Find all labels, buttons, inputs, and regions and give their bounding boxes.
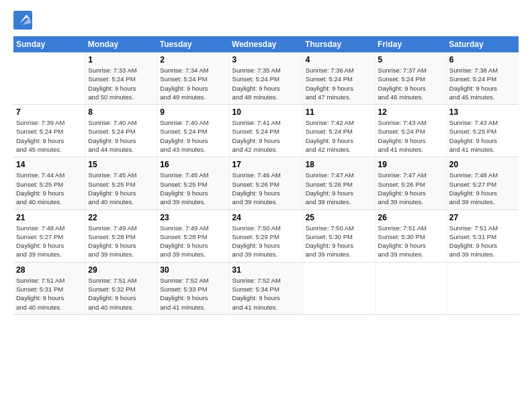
- day-info: Sunrise: 7:36 AMSunset: 5:24 PMDaylight:…: [306, 66, 372, 101]
- cell-2-4: 18Sunrise: 7:47 AMSunset: 5:26 PMDayligh…: [302, 157, 375, 210]
- logo-icon: [13, 11, 32, 30]
- cell-0-3: 3Sunrise: 7:35 AMSunset: 5:24 PMDaylight…: [229, 52, 302, 105]
- header-row: SundayMondayTuesdayWednesdayThursdayFrid…: [13, 36, 519, 52]
- week-row-4: 28Sunrise: 7:51 AMSunset: 5:31 PMDayligh…: [13, 262, 519, 314]
- day-number: 24: [232, 213, 300, 222]
- cell-2-1: 15Sunrise: 7:45 AMSunset: 5:25 PMDayligh…: [85, 157, 157, 210]
- day-number: 29: [88, 265, 154, 275]
- day-info: Sunrise: 7:41 AMSunset: 5:24 PMDaylight:…: [232, 118, 300, 154]
- cell-1-4: 11Sunrise: 7:42 AMSunset: 5:24 PMDayligh…: [302, 105, 375, 157]
- day-number: 22: [88, 213, 154, 222]
- day-number: 11: [306, 107, 372, 117]
- cell-0-0: [13, 52, 85, 105]
- cell-1-2: 9Sunrise: 7:40 AMSunset: 5:24 PMDaylight…: [157, 105, 229, 157]
- cell-3-4: 25Sunrise: 7:50 AMSunset: 5:30 PMDayligh…: [302, 210, 375, 262]
- cell-2-6: 20Sunrise: 7:48 AMSunset: 5:27 PMDayligh…: [446, 157, 519, 210]
- day-number: 7: [16, 107, 82, 117]
- header-saturday: Saturday: [446, 36, 519, 52]
- week-row-2: 14Sunrise: 7:44 AMSunset: 5:25 PMDayligh…: [13, 157, 519, 210]
- cell-2-3: 17Sunrise: 7:46 AMSunset: 5:26 PMDayligh…: [229, 157, 302, 210]
- week-row-1: 7Sunrise: 7:39 AMSunset: 5:24 PMDaylight…: [13, 105, 519, 157]
- logo: [13, 11, 34, 30]
- day-info: Sunrise: 7:33 AMSunset: 5:24 PMDaylight:…: [88, 66, 154, 101]
- cell-4-3: 31Sunrise: 7:52 AMSunset: 5:34 PMDayligh…: [229, 262, 302, 314]
- day-number: 5: [378, 55, 443, 64]
- week-row-0: 1Sunrise: 7:33 AMSunset: 5:24 PMDaylight…: [13, 52, 519, 105]
- header: [13, 11, 519, 30]
- header-monday: Monday: [85, 36, 157, 52]
- day-number: 18: [306, 160, 372, 169]
- day-number: 23: [160, 213, 226, 222]
- cell-1-5: 12Sunrise: 7:43 AMSunset: 5:24 PMDayligh…: [375, 105, 446, 157]
- day-info: Sunrise: 7:49 AMSunset: 5:28 PMDaylight:…: [88, 224, 154, 259]
- day-info: Sunrise: 7:43 AMSunset: 5:24 PMDaylight:…: [378, 118, 443, 154]
- header-thursday: Thursday: [302, 36, 375, 52]
- day-number: 19: [378, 160, 443, 169]
- day-info: Sunrise: 7:47 AMSunset: 5:26 PMDaylight:…: [378, 171, 443, 206]
- cell-2-0: 14Sunrise: 7:44 AMSunset: 5:25 PMDayligh…: [13, 157, 85, 210]
- day-number: 2: [160, 55, 226, 64]
- day-number: 1: [88, 55, 154, 64]
- week-row-3: 21Sunrise: 7:48 AMSunset: 5:27 PMDayligh…: [13, 210, 519, 262]
- day-info: Sunrise: 7:42 AMSunset: 5:24 PMDaylight:…: [306, 118, 372, 154]
- cell-3-5: 26Sunrise: 7:51 AMSunset: 5:30 PMDayligh…: [375, 210, 446, 262]
- cell-0-2: 2Sunrise: 7:34 AMSunset: 5:24 PMDaylight…: [157, 52, 229, 105]
- cell-1-6: 13Sunrise: 7:43 AMSunset: 5:25 PMDayligh…: [446, 105, 519, 157]
- cell-4-2: 30Sunrise: 7:52 AMSunset: 5:33 PMDayligh…: [157, 262, 229, 314]
- cell-0-4: 4Sunrise: 7:36 AMSunset: 5:24 PMDaylight…: [302, 52, 375, 105]
- day-number: 27: [449, 213, 516, 222]
- cell-3-0: 21Sunrise: 7:48 AMSunset: 5:27 PMDayligh…: [13, 210, 85, 262]
- day-info: Sunrise: 7:38 AMSunset: 5:24 PMDaylight:…: [449, 66, 516, 101]
- day-number: 25: [306, 213, 372, 222]
- day-info: Sunrise: 7:37 AMSunset: 5:24 PMDaylight:…: [378, 66, 443, 101]
- day-info: Sunrise: 7:52 AMSunset: 5:34 PMDaylight:…: [232, 276, 300, 312]
- header-sunday: Sunday: [13, 36, 85, 52]
- day-info: Sunrise: 7:50 AMSunset: 5:29 PMDaylight:…: [232, 224, 300, 259]
- day-info: Sunrise: 7:40 AMSunset: 5:24 PMDaylight:…: [160, 118, 226, 154]
- cell-4-6: [446, 262, 519, 314]
- day-info: Sunrise: 7:45 AMSunset: 5:25 PMDaylight:…: [88, 171, 154, 206]
- cell-3-6: 27Sunrise: 7:51 AMSunset: 5:31 PMDayligh…: [446, 210, 519, 262]
- day-info: Sunrise: 7:51 AMSunset: 5:31 PMDaylight:…: [16, 276, 82, 312]
- day-info: Sunrise: 7:51 AMSunset: 5:32 PMDaylight:…: [88, 276, 154, 312]
- cell-3-3: 24Sunrise: 7:50 AMSunset: 5:29 PMDayligh…: [229, 210, 302, 262]
- day-info: Sunrise: 7:40 AMSunset: 5:24 PMDaylight:…: [88, 118, 154, 154]
- header-friday: Friday: [375, 36, 446, 52]
- day-number: 10: [232, 107, 300, 117]
- day-info: Sunrise: 7:46 AMSunset: 5:26 PMDaylight:…: [232, 171, 300, 206]
- day-number: 3: [232, 55, 300, 64]
- cell-1-3: 10Sunrise: 7:41 AMSunset: 5:24 PMDayligh…: [229, 105, 302, 157]
- day-number: 13: [449, 107, 516, 117]
- cell-4-1: 29Sunrise: 7:51 AMSunset: 5:32 PMDayligh…: [85, 262, 157, 314]
- cell-3-1: 22Sunrise: 7:49 AMSunset: 5:28 PMDayligh…: [85, 210, 157, 262]
- day-info: Sunrise: 7:48 AMSunset: 5:27 PMDaylight:…: [449, 171, 516, 206]
- cell-4-4: [302, 262, 375, 314]
- day-number: 4: [306, 55, 372, 64]
- day-number: 12: [378, 107, 443, 117]
- day-info: Sunrise: 7:39 AMSunset: 5:24 PMDaylight:…: [16, 118, 82, 154]
- header-wednesday: Wednesday: [229, 36, 302, 52]
- cell-3-2: 23Sunrise: 7:49 AMSunset: 5:28 PMDayligh…: [157, 210, 229, 262]
- day-number: 8: [88, 107, 154, 117]
- cell-0-6: 6Sunrise: 7:38 AMSunset: 5:24 PMDaylight…: [446, 52, 519, 105]
- day-info: Sunrise: 7:51 AMSunset: 5:31 PMDaylight:…: [449, 224, 516, 259]
- cell-4-0: 28Sunrise: 7:51 AMSunset: 5:31 PMDayligh…: [13, 262, 85, 314]
- day-number: 26: [378, 213, 443, 222]
- day-number: 14: [16, 160, 82, 169]
- day-info: Sunrise: 7:52 AMSunset: 5:33 PMDaylight:…: [160, 276, 226, 312]
- day-info: Sunrise: 7:48 AMSunset: 5:27 PMDaylight:…: [16, 224, 82, 259]
- day-number: 16: [160, 160, 226, 169]
- day-number: 28: [16, 265, 82, 275]
- page: SundayMondayTuesdayWednesdayThursdayFrid…: [0, 0, 532, 411]
- cell-4-5: [375, 262, 446, 314]
- day-number: 6: [449, 55, 516, 64]
- day-info: Sunrise: 7:44 AMSunset: 5:25 PMDaylight:…: [16, 171, 82, 206]
- day-info: Sunrise: 7:45 AMSunset: 5:25 PMDaylight:…: [160, 171, 226, 206]
- day-info: Sunrise: 7:34 AMSunset: 5:24 PMDaylight:…: [160, 66, 226, 101]
- day-number: 15: [88, 160, 154, 169]
- day-info: Sunrise: 7:43 AMSunset: 5:25 PMDaylight:…: [449, 118, 516, 154]
- day-number: 9: [160, 107, 226, 117]
- day-info: Sunrise: 7:50 AMSunset: 5:30 PMDaylight:…: [306, 224, 372, 259]
- calendar-table: SundayMondayTuesdayWednesdayThursdayFrid…: [13, 36, 519, 315]
- cell-1-1: 8Sunrise: 7:40 AMSunset: 5:24 PMDaylight…: [85, 105, 157, 157]
